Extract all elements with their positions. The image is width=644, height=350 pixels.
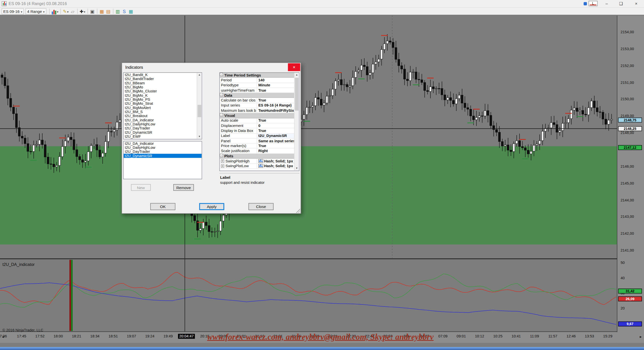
new-button[interactable]: New [131,184,151,191]
property-value[interactable]: ES 09-16 (4 Range) [257,103,294,108]
close-dialog-button[interactable]: Close [249,203,274,210]
applied-indicator-item[interactable]: t2U_DailyHighLow [124,146,202,150]
property-row[interactable]: Displacement0 [220,123,294,128]
chart-trader-icon[interactable]: ▥ [114,8,121,14]
close-button[interactable]: × [630,0,642,7]
property-row[interactable]: Price marker(s)True [220,144,294,149]
collapse-icon[interactable]: - [220,154,223,157]
instrument-link-button[interactable]: L [589,1,598,6]
available-indicator-item[interactable]: t2U_BigMo [124,85,197,89]
scroll-down-icon[interactable]: ▼ [197,134,202,139]
plot-style-icon[interactable] [258,164,263,168]
chart-panel-icon[interactable]: ▣ [89,8,96,14]
scroll-right-arrow[interactable]: ► [639,335,642,339]
interval-selector[interactable]: 4 Range▾ [25,8,46,14]
cursor-tool-icon[interactable]: ✚▾ [79,8,86,14]
available-indicator-item[interactable]: t2U_BigMoAlert [124,106,197,110]
scrollbar-thumb[interactable] [197,105,201,117]
expand-icon[interactable]: + [221,164,224,168]
property-value[interactable]: True [257,98,294,102]
scroll-down-icon[interactable]: ▼ [295,166,299,171]
available-indicator-item[interactable]: t2U_EWF [124,134,197,138]
property-value[interactable]: t2U_DynamicSR [257,133,294,138]
available-list-scrollbar[interactable]: ▲ ▼ [197,73,202,139]
minimize-button[interactable]: – [600,0,613,7]
scroll-left-arrow[interactable]: ◄ [1,335,5,339]
scroll-up-icon[interactable]: ▲ [295,73,299,77]
property-section[interactable]: -Data [220,93,294,98]
property-row[interactable]: Maximum bars look bTwoHundredFiftySix [220,108,294,113]
property-row[interactable]: useHigherTimeFramTrue [220,88,294,93]
plot-style-icon[interactable] [258,159,263,163]
snap-mode-icon[interactable]: ▦ [98,8,105,14]
property-row[interactable]: Labelt2U_DynamicSR [220,133,294,138]
expand-icon[interactable]: + [221,159,224,163]
price-marker-icon[interactable]: ▤ [105,8,111,14]
dialog-resize-grip[interactable] [296,208,300,213]
available-indicator-item[interactable]: t2U_BanditTrader [124,77,197,81]
chart-area[interactable]: t2U_DA_indicator © 2016 NinjaTrader, LLC… [0,16,644,343]
available-indicator-item[interactable]: t2U_DayTrader [124,126,197,130]
property-row[interactable]: Calculate on bar closTrue [220,98,294,103]
available-indicators-list[interactable]: ▲ ▼ t2U_Bandit_Kt2U_BanditTradert2U_BBea… [123,72,202,139]
property-value[interactable]: Right [257,149,294,153]
property-value[interactable]: True [257,88,294,92]
strategies-icon[interactable]: S [121,8,128,14]
available-indicator-item[interactable]: t2U_BigMo_Cluster [124,89,197,93]
price-axis[interactable]: 2154,002153,002152,002151,002150,002149,… [617,16,644,343]
available-indicator-item[interactable]: t2U_Breakout [124,114,197,118]
dialog-close-button[interactable]: × [288,63,300,71]
property-section[interactable]: -Plots [220,154,294,159]
available-indicator-item[interactable]: t2U_DA_indicator [124,118,197,122]
applied-indicator-item[interactable]: t2U_DynamicSR [124,154,202,158]
property-value[interactable]: 140 [257,78,294,82]
available-indicator-item[interactable]: t2U_BigMo_Strat [124,101,197,106]
market-analyzer-icon[interactable]: ▦ [128,8,134,14]
collapse-icon[interactable]: - [220,113,223,117]
property-value[interactable]: Minute [257,83,294,87]
scroll-up-icon[interactable]: ▲ [197,73,202,77]
property-value[interactable]: Hash; Solid; 1px [257,164,294,168]
property-row[interactable]: PanelSame as input series [220,138,294,144]
property-row[interactable]: +SwingPlotHighHash; Solid; 1px [220,159,294,164]
ok-button[interactable]: OK [150,203,176,210]
applied-indicator-item[interactable]: t2U_DA_indicator [124,142,202,146]
property-row[interactable]: Period140 [220,78,294,83]
drawing-tools-icon[interactable]: ✎▾ [62,8,69,14]
maximize-button[interactable]: ❑ [615,0,627,7]
chart-style-icon[interactable]: ▾ [51,8,59,14]
property-row[interactable]: PeriodtypeMinute [220,83,294,88]
instrument-selector[interactable]: ES 09-16▾ [2,8,24,14]
available-indicator-item[interactable]: t2U_BigMo_K [124,93,197,97]
property-section[interactable]: -Time Period Settings [220,73,294,78]
dialog-title-bar[interactable]: Indicators [122,63,301,72]
property-row[interactable]: +SwingPlotLowHash; Solid; 1px [220,164,294,169]
available-indicator-item[interactable]: t2U_BBeam [124,81,197,85]
property-value[interactable]: True [257,144,294,148]
available-indicator-item[interactable]: t2U_DailyHighLow [124,122,197,126]
property-row[interactable]: Auto scaleTrue [220,118,294,123]
property-value[interactable]: Same as input series [257,138,294,143]
property-value[interactable]: TwoHundredFiftySix [257,108,294,113]
window-pin-icon[interactable] [584,2,587,5]
property-value[interactable]: Hash; Solid; 1px [257,159,294,163]
property-grid[interactable]: -Time Period SettingsPeriod140Periodtype… [219,72,299,171]
property-row[interactable]: Display in Data BoxTrue [220,128,294,133]
property-row[interactable]: Input seriesES 09-16 (4 Range) [220,103,294,108]
property-section[interactable]: -Visual [220,113,294,118]
applied-indicator-item[interactable]: t2U_DayTrader [124,150,202,154]
collapse-icon[interactable]: - [220,73,223,76]
available-indicator-item[interactable]: t2U_DynamicSR [124,130,197,134]
scrollbar-thumb[interactable] [295,78,299,111]
available-indicator-item[interactable]: t2U_BM_S [124,110,197,114]
property-grid-scrollbar[interactable]: ▲ ▼ [294,73,299,171]
property-value[interactable]: 0 [257,123,294,128]
collapse-icon[interactable]: - [220,93,223,96]
property-value[interactable]: True [257,128,294,133]
property-value[interactable]: True [257,118,294,123]
remove-button[interactable]: Remove [173,184,194,191]
eraser-icon[interactable]: ▱ [69,8,76,14]
available-indicator-item[interactable]: t2U_Bandit_K [124,73,197,77]
property-row[interactable]: Scale justificationRight [220,149,294,154]
apply-button[interactable]: Apply [199,203,224,210]
